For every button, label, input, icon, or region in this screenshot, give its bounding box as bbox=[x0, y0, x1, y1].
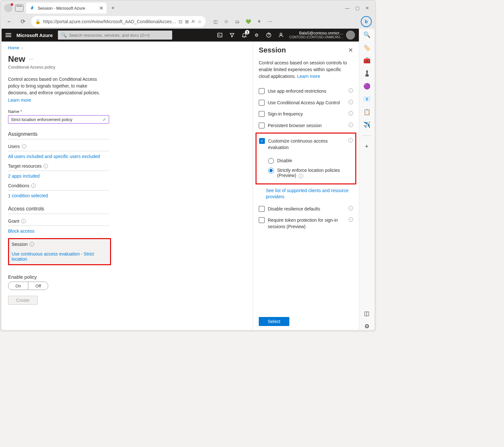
refresh-button[interactable]: ⟳ bbox=[18, 16, 28, 27]
users-value[interactable]: All users included and specific users ex… bbox=[8, 154, 109, 159]
info-icon[interactable]: i bbox=[349, 111, 353, 116]
add-sidebar-icon[interactable]: + bbox=[363, 143, 370, 150]
filter-icon[interactable] bbox=[229, 32, 235, 38]
info-icon[interactable]: i bbox=[30, 242, 34, 247]
users-item[interactable]: Users i All users included and specific … bbox=[8, 144, 109, 159]
check-app-enforced[interactable]: Use app enforced restrictions i bbox=[259, 86, 353, 97]
bing-chat-icon[interactable]: b bbox=[361, 16, 372, 27]
checkbox[interactable] bbox=[259, 88, 265, 94]
extensions-icon[interactable]: ⊞ bbox=[185, 19, 189, 24]
radio-selected[interactable] bbox=[268, 168, 274, 173]
info-icon[interactable]: i bbox=[349, 217, 353, 222]
radio[interactable] bbox=[268, 158, 274, 164]
info-icon[interactable]: i bbox=[349, 123, 353, 127]
check-token-protection[interactable]: Require token protection for sign-in ses… bbox=[259, 215, 353, 232]
check-disable-resilience[interactable]: Disable resilience defaults i bbox=[259, 203, 353, 215]
browser-tab[interactable]: Session - Microsoft Azure ✕ bbox=[26, 3, 107, 14]
breadcrumb-home[interactable]: Home bbox=[8, 45, 19, 50]
workspaces-icon[interactable] bbox=[15, 5, 23, 12]
radio-disable[interactable]: Disable bbox=[268, 156, 353, 166]
left-panel: Home › New ⋯ Conditional Access policy C… bbox=[2, 42, 253, 330]
favorite-icon[interactable]: ☆ bbox=[198, 19, 202, 24]
info-icon[interactable]: i bbox=[348, 138, 353, 143]
info-icon[interactable]: i bbox=[349, 88, 353, 93]
user-info[interactable]: BalaS@contoso.onmicr… CONTOSO (CONTOSO.O… bbox=[289, 31, 355, 40]
toggle-off[interactable]: Off bbox=[28, 282, 48, 290]
more-icon[interactable]: ⋯ bbox=[267, 18, 273, 25]
search-icon: 🔍 bbox=[61, 33, 67, 38]
app-mode-icon[interactable]: ⊡ bbox=[179, 19, 182, 24]
conditions-item[interactable]: Conditions i 1 condition selected bbox=[8, 183, 109, 198]
panel-learn-more[interactable]: Learn more bbox=[297, 74, 320, 79]
info-icon[interactable]: i bbox=[21, 219, 26, 223]
notifications-icon[interactable]: 1 bbox=[241, 32, 247, 38]
feedback-icon[interactable] bbox=[278, 32, 284, 38]
collections-icon[interactable]: 🗂 bbox=[234, 18, 240, 25]
conditions-value[interactable]: 1 condition selected bbox=[8, 193, 109, 198]
toggle-on[interactable]: On bbox=[8, 282, 28, 290]
tools-icon[interactable]: 🧰 bbox=[363, 57, 370, 64]
check-persistent[interactable]: Persistent browser session i bbox=[259, 120, 353, 132]
drop-icon[interactable]: 📋 bbox=[363, 108, 370, 116]
info-icon[interactable]: i bbox=[31, 183, 36, 188]
minimize-icon[interactable]: — bbox=[345, 5, 350, 11]
enable-policy-toggle[interactable]: On Off bbox=[8, 282, 48, 290]
check-customize-cae[interactable]: ✓ Customize continuous access evaluation… bbox=[259, 135, 353, 153]
checkbox[interactable] bbox=[259, 111, 265, 117]
info-icon[interactable]: i bbox=[299, 174, 303, 178]
info-icon[interactable]: i bbox=[43, 164, 48, 168]
split-screen-icon[interactable]: ◫ bbox=[212, 18, 219, 25]
performance-icon[interactable]: 💚 bbox=[245, 18, 251, 25]
select-button[interactable]: Select bbox=[259, 317, 289, 326]
new-tab-button[interactable]: + bbox=[108, 4, 117, 13]
outlook-icon[interactable]: 📧 bbox=[363, 96, 370, 103]
info-icon[interactable]: i bbox=[22, 144, 26, 149]
target-resources-item[interactable]: Target resources i 2 apps included bbox=[8, 163, 109, 179]
panel-footer: Select bbox=[253, 313, 359, 330]
checkbox[interactable] bbox=[259, 123, 265, 128]
search-sidebar-icon[interactable]: 🔍 bbox=[363, 31, 370, 38]
checkbox[interactable] bbox=[259, 206, 265, 212]
close-window-icon[interactable]: ✕ bbox=[365, 5, 369, 11]
hide-sidebar-icon[interactable]: ◫ bbox=[363, 310, 370, 317]
share-icon[interactable]: ⚘ bbox=[256, 18, 262, 25]
grant-value[interactable]: Block access bbox=[8, 228, 109, 234]
session-item-highlighted[interactable]: Session i Use continuous access evaluati… bbox=[8, 238, 111, 265]
target-value[interactable]: 2 apps included bbox=[8, 173, 109, 179]
azure-search[interactable]: 🔍 bbox=[58, 31, 172, 40]
browser-profile-icon[interactable] bbox=[4, 4, 13, 12]
back-button[interactable]: ← bbox=[4, 16, 14, 27]
azure-logo[interactable]: Microsoft Azure bbox=[16, 33, 53, 38]
check-signin-freq[interactable]: Sign-in frequency i bbox=[259, 108, 353, 120]
more-options-icon[interactable]: ⋯ bbox=[29, 57, 33, 62]
checkbox-checked[interactable]: ✓ bbox=[259, 138, 265, 144]
checkbox[interactable] bbox=[259, 217, 265, 223]
radio-strict[interactable]: Strictly enforce location policies (Prev… bbox=[268, 166, 353, 180]
learn-more-link[interactable]: Learn more bbox=[8, 98, 31, 103]
info-icon[interactable]: i bbox=[349, 206, 353, 210]
games-icon[interactable]: ♟️ bbox=[363, 70, 370, 77]
office-icon[interactable]: 🟣 bbox=[363, 83, 370, 90]
maximize-icon[interactable]: ▢ bbox=[355, 5, 359, 11]
session-value[interactable]: Use continuous access evaluation - Stric… bbox=[12, 251, 107, 262]
close-panel-icon[interactable]: ✕ bbox=[348, 47, 353, 54]
create-button[interactable]: Create bbox=[8, 296, 38, 305]
settings-icon[interactable]: ⚙ bbox=[253, 32, 260, 38]
send-icon[interactable]: ✈️ bbox=[363, 121, 370, 128]
shopping-icon[interactable]: 🏷️ bbox=[363, 44, 370, 51]
name-input[interactable]: Strict location enforcement policy ✓ bbox=[8, 115, 109, 124]
cloud-shell-icon[interactable] bbox=[217, 32, 223, 38]
url-input[interactable]: 🔒 https://portal.azure.com/#view/Microso… bbox=[31, 16, 206, 27]
sidebar-settings-icon[interactable]: ⚙ bbox=[363, 323, 370, 330]
favorites-icon[interactable]: ✩ bbox=[223, 18, 229, 25]
check-ca-app-control[interactable]: Use Conditional Access App Control i bbox=[259, 97, 353, 109]
checkbox[interactable] bbox=[259, 100, 265, 106]
grant-item[interactable]: Grant i Block access bbox=[8, 219, 109, 234]
read-aloud-icon[interactable]: A⁾ bbox=[191, 19, 195, 24]
azure-search-input[interactable] bbox=[69, 33, 169, 38]
menu-icon[interactable] bbox=[5, 33, 11, 37]
info-icon[interactable]: i bbox=[349, 100, 353, 104]
help-icon[interactable] bbox=[266, 32, 272, 38]
supported-clients-link[interactable]: See list of supported clients and resour… bbox=[266, 188, 353, 200]
close-tab-icon[interactable]: ✕ bbox=[99, 5, 103, 11]
